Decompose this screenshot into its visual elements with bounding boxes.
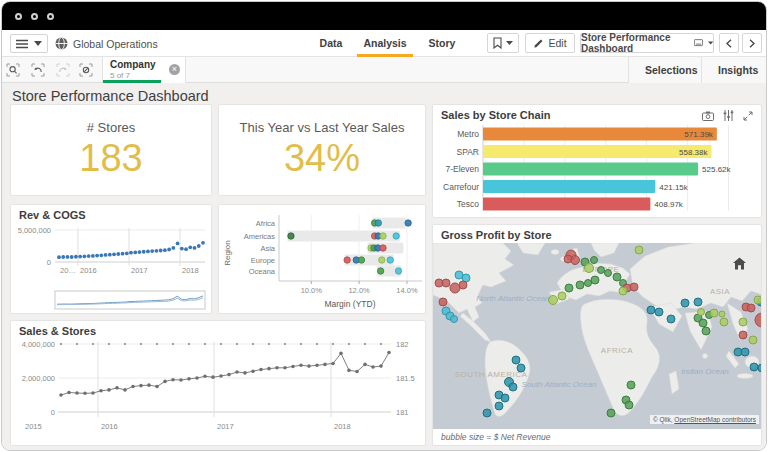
chart-sales-stores[interactable]: Sales & Stores 4,000,0002,000,0000182181… — [10, 320, 426, 446]
hamburger-icon — [16, 39, 28, 49]
svg-text:Metro: Metro — [457, 129, 479, 139]
selection-tab-company[interactable]: Company 5 of 7 × — [102, 57, 186, 83]
chart-title: Rev & COGS — [19, 209, 86, 221]
tab-analysis[interactable]: Analysis — [357, 30, 413, 57]
map-caption: bubble size = $ Net Revenue — [441, 432, 550, 442]
svg-text:Indian Ocean: Indian Ocean — [681, 367, 729, 376]
sheet-content: Store Performance Dashboard # Stores 183… — [2, 83, 766, 450]
world-map[interactable]: North Atlantic OceanSouth Atlantic Ocean… — [433, 243, 762, 429]
svg-text:571.39k: 571.39k — [684, 130, 713, 139]
exploration-sliders-icon[interactable] — [723, 110, 734, 121]
smart-search-icon[interactable] — [6, 63, 20, 77]
svg-text:SOUTH AMERICA: SOUTH AMERICA — [455, 370, 528, 379]
svg-text:558.38k: 558.38k — [679, 148, 708, 157]
sheet-selector[interactable]: Store Performance Dashboard — [580, 33, 714, 53]
chart-region-margin[interactable]: RegionAfricaAmericasAsiaEuropeOceana10.0… — [218, 204, 426, 314]
undo-icon[interactable] — [31, 63, 45, 77]
combo-chart-canvas[interactable]: 4,000,0002,000,0000182181.51812015201620… — [11, 339, 426, 445]
chevron-left-icon — [726, 39, 732, 48]
selections-label: Selections — [645, 64, 698, 76]
app-menu-button[interactable] — [10, 34, 48, 53]
svg-text:2018: 2018 — [334, 422, 351, 431]
svg-text:2017: 2017 — [131, 266, 148, 275]
svg-text:7-Eleven: 7-Eleven — [445, 164, 479, 174]
kpi-num-stores[interactable]: # Stores 183 — [10, 104, 212, 196]
svg-text:12.0%: 12.0% — [348, 286, 370, 295]
clear-selections-icon[interactable] — [79, 63, 93, 77]
edit-label: Edit — [548, 37, 566, 49]
chart-gross-profit-map[interactable]: Gross Profit by Store — [432, 224, 762, 446]
kpi-yoy-sales[interactable]: This Year vs Last Year Sales 34% — [218, 104, 426, 196]
snapshot-camera-icon[interactable] — [702, 111, 714, 121]
selection-count: 5 of 7 — [110, 71, 130, 80]
insights-label: Insights — [718, 64, 758, 76]
chart-title: Gross Profit by Store — [441, 229, 552, 241]
osm-link[interactable]: OpenStreetMap contributors — [674, 416, 756, 423]
window-close-button[interactable] — [15, 13, 22, 20]
svg-text:North Atlantic Ocean: North Atlantic Ocean — [476, 294, 550, 303]
svg-text:0: 0 — [47, 258, 51, 267]
pencil-icon — [533, 38, 544, 49]
window-minimize-button[interactable] — [31, 13, 38, 20]
tab-story[interactable]: Story — [418, 30, 466, 57]
svg-text:5,000,000: 5,000,000 — [18, 226, 51, 235]
selection-field-label: Company — [110, 59, 156, 70]
svg-text:10.0%: 10.0% — [301, 286, 323, 295]
selections-toolbar: Company 5 of 7 × Selections Insights — [2, 57, 766, 83]
svg-text:525.62k: 525.62k — [702, 165, 731, 174]
bookmarks-button[interactable] — [487, 33, 519, 53]
svg-text:2017: 2017 — [217, 422, 234, 431]
svg-text:181: 181 — [396, 408, 409, 417]
svg-text:421.15k: 421.15k — [659, 183, 688, 192]
svg-text:2016: 2016 — [101, 422, 118, 431]
svg-text:4,000,000: 4,000,000 — [22, 340, 55, 349]
window-maximize-button[interactable] — [47, 13, 54, 20]
chart-title: Sales & Stores — [19, 325, 96, 337]
svg-text:Europe: Europe — [251, 256, 275, 265]
app-name: Global Operations — [73, 38, 158, 50]
scatter-chart-canvas[interactable]: RegionAfricaAmericasAsiaEuropeOceana10.0… — [219, 207, 426, 313]
sheet-icon — [694, 38, 703, 48]
svg-text:14.0%: 14.0% — [396, 286, 418, 295]
svg-text:Tesco: Tesco — [457, 199, 479, 209]
svg-text:Americas: Americas — [244, 232, 276, 241]
chevron-down-icon — [506, 41, 513, 45]
kpi-title: This Year vs Last Year Sales — [219, 120, 425, 135]
svg-text:408.97k: 408.97k — [654, 200, 683, 209]
app-window: Global Operations Data Analysis Story Ed… — [1, 1, 767, 451]
map-attribution: © Qlik, OpenStreetMap contributors — [650, 415, 759, 424]
chart-title: Sales by Store Chain — [441, 109, 550, 121]
svg-text:2015: 2015 — [25, 422, 42, 431]
kpi-title: # Stores — [11, 120, 211, 135]
prev-sheet-button[interactable] — [719, 33, 739, 53]
top-navbar: Global Operations Data Analysis Story Ed… — [2, 30, 766, 57]
chevron-right-icon — [749, 39, 755, 48]
svg-text:Carrefour: Carrefour — [443, 182, 479, 192]
clear-selection-icon[interactable]: × — [169, 64, 180, 75]
window-titlebar — [2, 2, 766, 30]
expand-icon[interactable] — [743, 111, 753, 121]
next-sheet-button[interactable] — [742, 33, 762, 53]
globe-icon — [55, 37, 68, 50]
bar-chart-canvas[interactable]: Metro571.39kSPAR558.38k7-Eleven525.62kCa… — [433, 123, 762, 217]
chart-sales-by-store-chain[interactable]: Sales by Store Chain Metro571.39kSPAR558… — [432, 104, 762, 218]
line-chart-canvas[interactable]: 5,000,000020…201620172018 — [11, 223, 212, 313]
svg-text:AFRICA: AFRICA — [601, 346, 634, 355]
svg-text:20…: 20… — [60, 266, 76, 275]
svg-text:2018: 2018 — [182, 266, 199, 275]
tab-data[interactable]: Data — [307, 30, 355, 57]
svg-text:Asia: Asia — [260, 244, 275, 253]
svg-text:SPAR: SPAR — [456, 147, 479, 157]
sheet-name: Store Performance Dashboard — [581, 32, 689, 54]
bookmark-icon — [493, 37, 502, 49]
svg-text:South Atlantic Ocean: South Atlantic Ocean — [522, 380, 597, 389]
chart-rev-cogs[interactable]: Rev & COGS 5,000,000020…201620172018 — [10, 204, 212, 314]
kpi-value: 34% — [219, 137, 425, 180]
selections-tool-button[interactable]: Selections — [628, 57, 701, 83]
redo-icon[interactable] — [56, 63, 70, 77]
kpi-value: 183 — [11, 137, 211, 180]
insights-button[interactable]: Insights — [701, 57, 766, 83]
edit-button[interactable]: Edit — [525, 33, 575, 53]
map-home-icon[interactable] — [732, 257, 747, 270]
svg-text:181.5: 181.5 — [396, 374, 415, 383]
